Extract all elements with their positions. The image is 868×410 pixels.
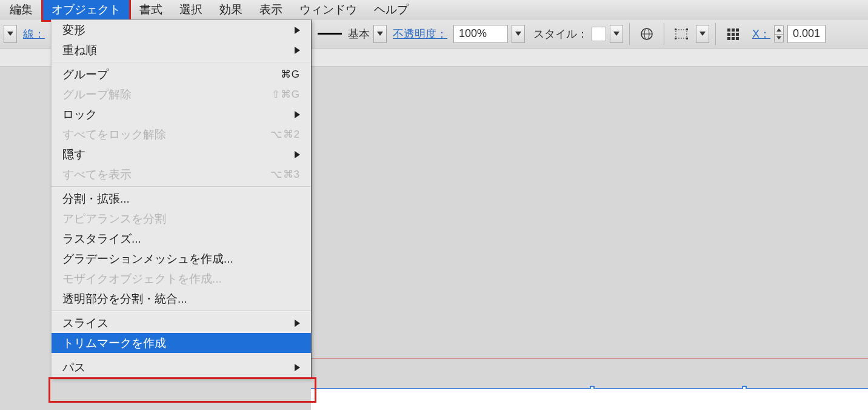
menu-view[interactable]: 表示 [251,0,291,20]
svg-rect-5 [686,29,688,30]
menu-window[interactable]: ウィンドウ [291,0,366,20]
chevron-down-icon [699,32,706,36]
menu-item-label: 隠す [62,147,85,163]
menu-shortcut: ⌥⌘3 [270,168,300,181]
menu-item[interactable]: 変形 [52,20,311,40]
menu-item[interactable]: ロック [52,104,311,124]
chevron-down-icon [613,32,619,36]
style-label: スタイル： [533,27,588,41]
menu-item-label: すべてを表示 [62,167,132,183]
menu-item-label: グループ [62,67,109,82]
menu-shortcut: ⇧⌘G [272,88,300,101]
menu-separator [52,355,311,355]
submenu-arrow-icon [295,364,300,371]
menu-item-label: 重ね順 [62,42,97,58]
style-dropdown[interactable] [610,25,623,43]
menu-item[interactable]: グループ⌘G [52,64,311,84]
menu-item: モザイクオブジェクトを作成... [52,269,311,289]
menu-item-label: すべてをロック解除 [62,127,166,143]
menu-type[interactable]: 書式 [131,0,171,20]
svg-rect-10 [736,29,739,32]
stroke-dropdown[interactable] [373,25,387,43]
selection-dropdown[interactable] [4,25,17,43]
menu-item-label: 変形 [62,22,85,38]
menu-object[interactable]: オブジェクト [43,0,129,20]
menu-item[interactable]: グラデーションメッシュを作成... [52,249,311,269]
recolor-icon[interactable] [636,23,658,45]
x-label[interactable]: X： [752,27,770,41]
menu-item-label: ロック [62,107,97,123]
opacity-label[interactable]: 不透明度： [393,27,447,41]
menu-item[interactable]: ラスタライズ... [52,229,311,249]
bounding-box-icon[interactable] [670,23,692,45]
svg-rect-15 [732,37,735,40]
svg-rect-8 [727,29,730,32]
x-input[interactable]: 0.001 [787,25,826,43]
artboard[interactable] [311,389,868,410]
menu-separator [52,62,311,62]
menu-item-label: スライス [62,315,109,331]
svg-rect-3 [676,30,687,38]
menu-item-label: アピアランスを分割 [62,211,166,227]
menu-item-label: 透明部分を分割・統合... [62,291,187,307]
menu-item[interactable]: 隠す [52,144,311,164]
menu-item[interactable]: 透明部分を分割・統合... [52,289,311,309]
menu-item-label: ラスタライズ... [62,231,141,247]
menu-object-highlight: オブジェクト [41,0,131,22]
menu-item-label: 分割・拡張... [62,191,130,207]
chevron-down-icon [515,32,521,36]
chevron-down-icon [377,32,383,36]
opacity-dropdown[interactable] [512,25,525,43]
stroke-label[interactable]: 線： [23,27,45,41]
menu-item[interactable]: スライス [52,313,311,333]
guide-line-red [311,358,868,358]
svg-rect-11 [727,33,730,36]
opacity-input[interactable]: 100% [453,25,508,43]
svg-rect-14 [727,37,730,40]
stroke-basic-label: 基本 [348,27,370,41]
menu-item: グループ解除⇧⌘G [52,84,311,104]
menu-item-label: トリムマークを作成 [62,335,166,351]
svg-rect-16 [736,37,739,40]
menu-separator [52,311,311,311]
menu-item[interactable]: 重ね順 [52,40,311,60]
menu-item: すべてをロック解除⌥⌘2 [52,124,311,144]
svg-rect-9 [732,29,735,32]
menu-item[interactable]: 分割・拡張... [52,189,311,209]
style-swatch[interactable] [592,27,606,41]
separator [629,23,630,45]
menu-shortcut: ⌘G [281,68,300,81]
menu-item: アピアランスを分割 [52,209,311,229]
menubar: 編集 オブジェクト 書式 選択 効果 表示 ウィンドウ ヘルプ [0,0,868,19]
menu-item[interactable]: パス [52,357,311,377]
menu-edit[interactable]: 編集 [1,0,41,20]
chevron-up-icon [776,29,781,32]
menu-separator [52,186,311,187]
x-stepper[interactable] [774,25,784,42]
submenu-arrow-icon [295,151,300,158]
submenu-arrow-icon [295,47,300,54]
menu-item-label: モザイクオブジェクトを作成... [62,271,222,287]
submenu-arrow-icon [295,27,300,34]
submenu-arrow-icon [295,111,300,118]
chevron-down-icon [776,36,781,39]
menu-select[interactable]: 選択 [171,0,211,20]
transform-dropdown[interactable] [696,25,709,43]
menu-item-label: グラデーションメッシュを作成... [62,251,233,267]
separator [664,23,664,45]
menu-effect[interactable]: 効果 [211,0,251,20]
align-icon[interactable] [722,23,744,45]
object-menu-dropdown: 変形重ね順グループ⌘Gグループ解除⇧⌘Gロックすべてをロック解除⌥⌘2隠すすべて… [51,19,312,378]
svg-rect-4 [675,29,676,30]
svg-rect-13 [736,33,739,36]
submenu-arrow-icon [295,320,300,327]
svg-rect-12 [732,33,735,36]
menu-item[interactable]: トリムマークを作成 [52,333,311,353]
chevron-down-icon [7,32,13,36]
menu-item-label: グループ解除 [62,87,132,102]
separator [715,23,716,45]
menu-help[interactable]: ヘルプ [366,0,417,20]
menu-item: すべてを表示⌥⌘3 [52,164,311,184]
stroke-preview [318,33,342,35]
menu-item-label: パス [62,360,85,375]
